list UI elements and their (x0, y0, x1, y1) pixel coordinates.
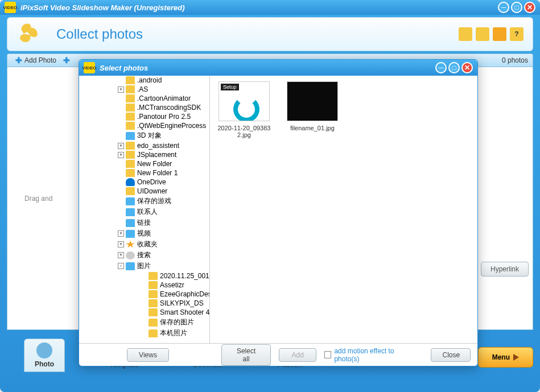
select-all-button[interactable]: Select all (221, 344, 271, 366)
motion-effect-checkbox[interactable]: add motion effect to photo(s) (324, 347, 414, 363)
tree-label: SILKYPIX_DS (160, 299, 204, 307)
drop-hint: Drag and (24, 195, 52, 203)
dialog-close-button[interactable]: ✕ (461, 62, 473, 73)
tree-item[interactable]: 本机照片 (79, 328, 209, 339)
tree-item[interactable]: UIDowner (79, 187, 209, 196)
photo-count: 0 photos (502, 56, 528, 64)
tree-item[interactable]: Smart Shooter 4 (79, 308, 209, 317)
views-button[interactable]: Views (127, 348, 169, 362)
close-dialog-button[interactable]: Close (431, 348, 471, 362)
folder-icon (126, 85, 135, 93)
tree-label: UIDowner (137, 187, 167, 195)
thumbnail-item[interactable]: filename_01.jpg (284, 81, 341, 131)
tree-item[interactable]: New Folder (79, 159, 209, 168)
tree-item[interactable]: 保存的游戏 (79, 196, 209, 207)
title-bar: VIDEO iPixSoft Video Slideshow Maker (Un… (0, 0, 540, 15)
folder-icon (126, 76, 135, 84)
expand-icon[interactable]: - (118, 263, 124, 269)
tree-item[interactable]: -图片 (79, 261, 209, 271)
folder-open-icon[interactable] (476, 27, 489, 41)
tree-item[interactable]: 链接 (79, 217, 209, 228)
tree-label: Smart Shooter 4 (160, 308, 209, 316)
expand-icon[interactable]: + (118, 252, 124, 258)
dialog-minimize-button[interactable]: ─ (435, 62, 447, 73)
folder-icon[interactable] (459, 27, 472, 41)
expand-icon[interactable]: + (118, 230, 124, 237)
maximize-button[interactable]: □ (511, 2, 522, 13)
tree-label: 链接 (137, 218, 151, 228)
plus-icon: ✚ (63, 56, 70, 65)
tree-item[interactable]: 保存的图片 (79, 317, 209, 328)
header-toolbar: ? (459, 27, 523, 41)
folder-icon (126, 104, 135, 112)
tree-label: .MCTranscodingSDK (137, 104, 201, 112)
right-panel: Hyperlink (481, 262, 529, 277)
app-logo-icon: VIDEO (5, 2, 16, 13)
tree-item[interactable]: 3D 对象 (79, 130, 209, 141)
add-button[interactable]: Add (279, 348, 316, 362)
menu-button[interactable]: Menu (478, 347, 533, 368)
folder-icon (126, 251, 135, 259)
tree-label: JSplacement (137, 151, 176, 159)
tree-item[interactable]: +edo_assistent (79, 141, 209, 150)
tree-item[interactable]: .CartoonAnimator (79, 94, 209, 103)
tree-item[interactable]: 联系人 (79, 207, 209, 217)
tree-label: 2020.11.25_001 (160, 272, 209, 280)
tree-label: 本机照片 (160, 328, 187, 338)
tree-item[interactable]: +JSplacement (79, 150, 209, 159)
folder-icon (126, 208, 135, 216)
tree-item[interactable]: .MCTranscodingSDK (79, 103, 209, 112)
tree-item[interactable]: 2020.11.25_001 (79, 271, 209, 280)
tree-label: .android (137, 76, 162, 84)
tree-label: .QtWebEngineProcess (137, 122, 206, 130)
tree-item[interactable]: +视频 (79, 228, 209, 239)
folder-icon (126, 178, 135, 186)
thumbnail-label: 2020-11-20_093832.jpg (216, 125, 273, 138)
tree-item[interactable]: Assetizr (79, 280, 209, 290)
close-button[interactable]: ✕ (524, 2, 535, 13)
tree-item[interactable]: .Panotour Pro 2.5 (79, 112, 209, 121)
folder-tree[interactable]: .android+.AS.CartoonAnimator.MCTranscodi… (79, 76, 210, 343)
plus-icon: ✚ (15, 56, 22, 65)
person-icon[interactable] (493, 27, 506, 41)
tree-item[interactable]: New Folder 1 (79, 168, 209, 178)
tree-item[interactable]: +收藏夹 (79, 239, 209, 250)
tree-label: OneDrive (137, 178, 166, 186)
tab-photo[interactable]: Photo (24, 339, 65, 372)
thumbnail-item[interactable]: 2020-11-20_093832.jpg (216, 81, 273, 138)
tree-label: .AS (137, 85, 148, 93)
tree-item[interactable]: SILKYPIX_DS (79, 299, 209, 308)
add-photo-button[interactable]: ✚ Add Photo (12, 55, 60, 66)
tree-item[interactable]: +搜索 (79, 250, 209, 261)
header: Collect photos ? (7, 17, 533, 51)
tree-item[interactable]: +.AS (79, 85, 209, 94)
help-icon[interactable]: ? (510, 27, 523, 41)
dialog-title-bar: VIDEO Select photos ─ □ ✕ (79, 60, 477, 76)
folder-icon (149, 272, 158, 280)
tree-label: EzeeGraphicDesigner (160, 290, 210, 298)
thumbnail-label: filename_01.jpg (290, 125, 335, 131)
tree-item[interactable]: EzeeGraphicDesigner (79, 290, 209, 299)
tree-label: Assetizr (160, 281, 184, 289)
tree-label: edo_assistent (137, 142, 179, 150)
tree-label: 3D 对象 (137, 131, 162, 141)
select-photos-dialog: VIDEO Select photos ─ □ ✕ .android+.AS.C… (79, 59, 478, 366)
folder-icon (126, 187, 135, 195)
tree-item[interactable]: OneDrive (79, 178, 209, 187)
clover-icon (17, 23, 45, 46)
tree-label: 保存的图片 (160, 317, 194, 327)
expand-icon[interactable]: + (118, 241, 124, 247)
minimize-button[interactable]: ─ (498, 2, 509, 13)
tree-label: .Panotour Pro 2.5 (137, 113, 191, 121)
dialog-maximize-button[interactable]: □ (448, 62, 460, 73)
tree-label: 图片 (137, 261, 151, 271)
folder-icon (126, 160, 135, 168)
hyperlink-button[interactable]: Hyperlink (481, 262, 529, 277)
app-logo-icon: VIDEO (84, 62, 95, 73)
folder-icon (126, 197, 135, 205)
expand-icon[interactable]: + (118, 143, 124, 149)
expand-icon[interactable]: + (118, 86, 124, 93)
tree-item[interactable]: .android (79, 76, 209, 85)
tree-item[interactable]: .QtWebEngineProcess (79, 121, 209, 130)
expand-icon[interactable]: + (118, 152, 124, 158)
